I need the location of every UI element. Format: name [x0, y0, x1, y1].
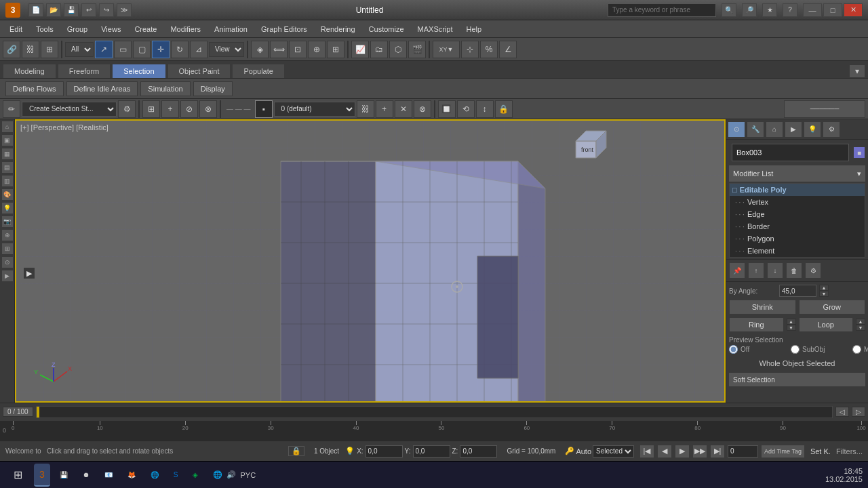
unlink-btn[interactable]: ⛓	[22, 41, 39, 58]
app-save[interactable]: 💾	[54, 464, 73, 487]
loop-down[interactable]: ▼	[856, 325, 865, 331]
menu-create[interactable]: Create	[127, 20, 163, 37]
selected-dropdown[interactable]: Selected	[593, 445, 634, 458]
rp-tab-hierarchy[interactable]: ⌂	[766, 121, 783, 138]
star-btn[interactable]: ★	[762, 3, 777, 17]
modifier-vertex[interactable]: · · · Vertex	[730, 196, 865, 208]
close-btn[interactable]: ✕	[844, 3, 863, 17]
simulation-btn[interactable]: Simulation	[140, 81, 190, 96]
mirror-btn[interactable]: ⟺	[270, 41, 288, 58]
viewport[interactable]: [+] [Perspective] [Realistic]	[15, 119, 726, 403]
z-input[interactable]	[460, 445, 497, 458]
lp-system[interactable]: ⊙	[1, 256, 14, 268]
mod-move-up-btn[interactable]: ↑	[748, 262, 764, 279]
preview-subobj-radio[interactable]	[791, 345, 800, 354]
tray-network[interactable]: 🌐	[213, 470, 222, 479]
play-last-btn[interactable]: ▶|	[710, 445, 725, 458]
material-editor-btn[interactable]: ⬡	[389, 41, 407, 58]
tab-modeling[interactable]: Modeling	[3, 64, 56, 78]
save-btn[interactable]: 💾	[64, 3, 79, 17]
tb2-settings-btn[interactable]: ⚙	[118, 100, 136, 118]
tb2-color-btn[interactable]: ▪	[255, 100, 273, 118]
ring-down[interactable]: ▼	[787, 325, 796, 331]
view-dropdown[interactable]: View	[209, 42, 244, 57]
snap-toggle-btn[interactable]: ⊕	[308, 41, 326, 58]
modifier-element[interactable]: · · · Element	[730, 245, 865, 257]
preview-multi-radio[interactable]	[852, 345, 861, 354]
modifier-polygon[interactable]: · · · Polygon	[730, 232, 865, 245]
default-dropdown[interactable]: 0 (default)	[274, 102, 355, 117]
preview-off-radio[interactable]	[729, 345, 738, 354]
rp-tab-modify[interactable]: 🔧	[747, 121, 764, 138]
mod-pin-btn[interactable]: 📌	[729, 262, 745, 279]
lp-helper[interactable]: ⊕	[1, 229, 14, 241]
lp-anim[interactable]: ▶	[1, 270, 14, 282]
shrink-btn[interactable]: Shrink	[729, 300, 796, 314]
lp-light[interactable]: 💡	[1, 202, 14, 214]
tb2-right-end[interactable]: ──────	[784, 100, 865, 118]
rp-tab-display[interactable]: ⊙	[728, 121, 745, 138]
lp-view3[interactable]: ▤	[1, 161, 14, 174]
lp-view1[interactable]: ▣	[1, 134, 14, 146]
ring-up[interactable]: ▲	[787, 319, 796, 325]
help-btn[interactable]: ?	[783, 3, 797, 17]
mod-move-down-btn[interactable]: ↓	[767, 262, 783, 279]
display-btn[interactable]: Display	[193, 81, 233, 96]
mod-delete-btn[interactable]: 🗑	[786, 262, 802, 279]
modifier-edge[interactable]: · · · Edge	[730, 208, 865, 220]
tb2-move-btn[interactable]: ↕	[476, 100, 494, 118]
lock-icon-area[interactable]: 🔒	[288, 446, 304, 456]
modifier-list-header[interactable]: Modifier List ▾	[729, 165, 865, 182]
tb2-obj-btn[interactable]: 🔲	[438, 100, 456, 118]
menu-help[interactable]: Help	[460, 20, 489, 37]
render-scene-btn[interactable]: 🎬	[408, 41, 426, 58]
rp-tab-utilities[interactable]: ⚙	[823, 121, 840, 138]
play-first-btn[interactable]: |◀	[639, 445, 654, 458]
open-btn[interactable]: 📂	[46, 3, 61, 17]
add-time-tag-btn[interactable]: Add Time Tag	[761, 445, 805, 458]
menu-customize[interactable]: Customize	[362, 20, 411, 37]
tb2-icon2[interactable]: +	[161, 100, 179, 118]
selection-filter-dropdown[interactable]: All	[65, 42, 94, 57]
menu-animation[interactable]: Animation	[208, 20, 254, 37]
schematic-view-btn[interactable]: 🗂	[370, 41, 388, 58]
tb2-icon4[interactable]: ⊗	[199, 100, 217, 118]
by-angle-down[interactable]: ▼	[819, 291, 829, 297]
menu-modifiers[interactable]: Modifiers	[163, 20, 208, 37]
by-angle-input[interactable]	[779, 285, 816, 297]
maximize-btn[interactable]: □	[823, 3, 842, 17]
align-btn[interactable]: ⊡	[289, 41, 307, 58]
mod-configure-btn[interactable]: ⚙	[805, 262, 821, 279]
ruler-track[interactable]: 0 10 20 30 40 50	[12, 421, 865, 441]
tab-object-paint[interactable]: Object Paint	[167, 64, 231, 78]
object-name-input[interactable]: Box003	[732, 144, 849, 161]
ring-btn[interactable]: Ring	[729, 317, 784, 332]
tb2-icon1[interactable]: ⊞	[142, 100, 160, 118]
select-obj-btn[interactable]: ◈	[251, 41, 269, 58]
define-idle-areas-btn[interactable]: Define Idle Areas	[66, 81, 138, 96]
lp-view4[interactable]: ▥	[1, 175, 14, 187]
snap3d-btn[interactable]: ⊹	[461, 41, 479, 58]
search-btn[interactable]: 🔍	[722, 3, 736, 17]
tb2-pen-btn[interactable]: ✏	[3, 100, 20, 118]
menu-graph-editors[interactable]: Graph Editors	[254, 20, 314, 37]
y-input[interactable]	[413, 445, 450, 458]
menu-edit[interactable]: Edit	[3, 20, 29, 37]
lp-render[interactable]: 🎨	[1, 188, 14, 201]
app-record[interactable]: ⏺	[77, 464, 95, 487]
search-input[interactable]	[608, 3, 716, 17]
viewport-play-btn[interactable]: ▶	[23, 267, 35, 279]
manage-layers-btn[interactable]: ⊞	[327, 41, 344, 58]
loop-up[interactable]: ▲	[856, 319, 865, 325]
app-firefox[interactable]: 🦊	[122, 464, 141, 487]
filters-btn[interactable]: Filters...	[836, 447, 863, 455]
menu-views[interactable]: Views	[94, 20, 127, 37]
soft-selection-header[interactable]: Soft Selection	[729, 373, 865, 386]
menu-rendering[interactable]: Rendering	[314, 20, 362, 37]
xyz-btn[interactable]: XY▼	[433, 41, 460, 58]
tab-freeform[interactable]: Freeform	[58, 64, 111, 78]
object-color-btn[interactable]: ■	[853, 146, 865, 159]
ribbon-extra-btn[interactable]: ▾	[849, 64, 865, 78]
tb2-plus-btn[interactable]: +	[376, 100, 393, 118]
rp-tab-light[interactable]: 💡	[804, 121, 821, 138]
